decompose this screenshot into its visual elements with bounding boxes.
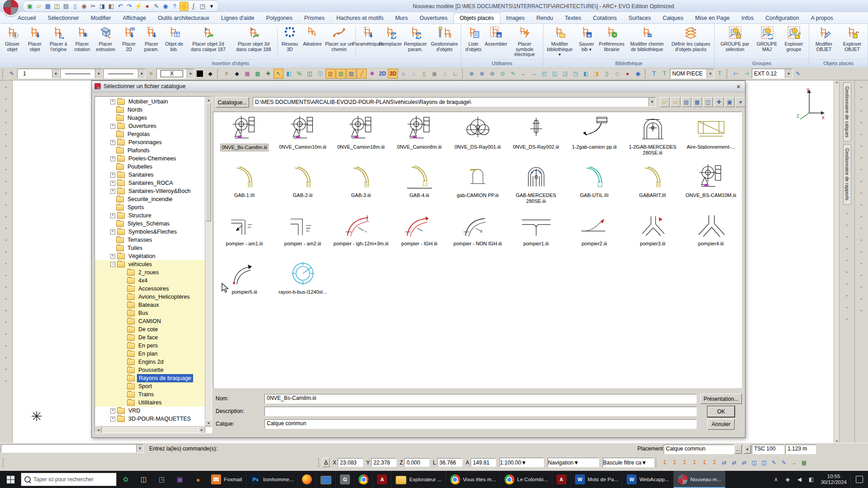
home-alt-icon[interactable]: ⌂: [409, 69, 419, 79]
file-item-pompier-am1-iii[interactable]: pompier - am1.iii: [215, 211, 274, 259]
file-item-rayon-b-bus-l1240xl-[interactable]: rayon-b-bus-l1240xl...: [274, 259, 332, 307]
fill-color-swatch[interactable]: [195, 69, 205, 79]
taskbar-app-explorateur-[interactable]: Explorateur ...: [392, 471, 446, 488]
split-2-icon[interactable]: ◫: [759, 458, 769, 468]
dim-style-combo[interactable]: EXT 0.12▼: [752, 69, 793, 79]
edge-tool-2-icon[interactable]: ▫: [856, 94, 867, 104]
pinned-3-icon[interactable]: ●: [189, 471, 207, 488]
ribbon-button-param-triques[interactable]: Paramétriques: [357, 24, 379, 59]
edge-tool-20-icon[interactable]: ▫: [856, 305, 867, 316]
tile-windows-icon[interactable]: ◫: [53, 2, 61, 10]
ribbon-button-placer-2d[interactable]: 2DPlacer 2D: [118, 24, 140, 59]
nom-field[interactable]: 0NVE_Bs-Cam8m.iii: [264, 394, 697, 404]
cube-icon[interactable]: ◧: [284, 69, 294, 79]
tree-item-2-roues[interactable]: 2_roues: [95, 268, 205, 277]
ribbon-button-remplacer[interactable]: Remplacer: [379, 24, 402, 59]
view-previous-icon[interactable]: ←: [519, 69, 528, 79]
ribbon-button-groupe-par-s-lection[interactable]: GROUPE par sélection: [716, 24, 754, 59]
tree-expander-icon[interactable]: +: [110, 124, 115, 129]
tree-expander-icon[interactable]: +: [110, 173, 115, 178]
length-field[interactable]: 36.766: [437, 458, 462, 467]
tree-item-symboles-fleches[interactable]: +Symboles&Fleches: [95, 228, 205, 236]
tree-expander-icon[interactable]: +: [110, 99, 115, 104]
cut-icon[interactable]: ✂: [89, 2, 97, 10]
edge-tool-9-icon[interactable]: ▫: [856, 176, 867, 187]
tab-modifier[interactable]: Modifier: [85, 13, 117, 23]
file-item-gabarit-iii[interactable]: GABARIT.III: [623, 162, 682, 211]
file-item-pompier-non-igh-iii[interactable]: ≠pompier - NON IGH.iii: [448, 211, 507, 259]
layer-tool-1-icon[interactable]: ▫: [842, 208, 853, 219]
tree-expander-icon[interactable]: +: [110, 189, 115, 194]
info-icon[interactable]: ⓘ: [315, 69, 325, 79]
edge-tool-1-icon[interactable]: ▫: [856, 82, 867, 93]
tree-expander-icon[interactable]: +: [110, 408, 115, 413]
tab-lignes-d-aide[interactable]: Lignes d'aide: [215, 13, 260, 23]
x-coordinate-field[interactable]: 23.083: [338, 458, 363, 467]
tree-expander-icon[interactable]: +: [110, 230, 115, 235]
line-style-combo-arrow[interactable]: ▼: [95, 69, 102, 78]
zoom-out-icon[interactable]: ⊖: [487, 69, 497, 79]
ribbon-button-placer-param-[interactable]: Placer param.: [140, 24, 163, 59]
tree-item-sanitaires-roca[interactable]: +Sanitaires_ROCA: [95, 179, 205, 187]
edge-tool-16-icon[interactable]: ▫: [856, 258, 867, 269]
tree-item-avions-helicopt-res[interactable]: Avions_Helicoptères: [95, 293, 205, 301]
tree-item-sanitaires[interactable]: +Sanitaires: [95, 171, 205, 179]
tree-item-nuages[interactable]: Nuages: [95, 114, 205, 122]
ribbon-button-placer-rotation[interactable]: Placer rotation: [71, 24, 94, 59]
new-folder-icon[interactable]: ▱: [670, 97, 680, 107]
ribbon-button-modifier-biblioth-que[interactable]: Modifier bibliothèque ▾: [544, 24, 576, 59]
ribbon-button-liste-d-objets[interactable]: Liste d'objets: [462, 24, 485, 59]
signature-icon[interactable]: ∫: [189, 2, 198, 10]
layer-tool-5-icon[interactable]: ▫: [842, 255, 853, 266]
tab-outils-architecturaux[interactable]: Outils architecturaux: [152, 13, 215, 23]
tab-hachures-et-motifs[interactable]: Hachures et motifs: [330, 13, 389, 23]
ribbon-button-placer-objet-3d-dans-calque-188[interactable]: Placer objet 3d dans calque 188: [231, 24, 277, 59]
file-item-aire-stationnement-[interactable]: Aire-Stationnement-...: [682, 114, 740, 162]
taskbar-app-mots-de-pa-[interactable]: WMots de Pa...: [571, 471, 623, 488]
tools-icon[interactable]: ✚: [263, 69, 273, 79]
stamp-icon[interactable]: ◉: [80, 2, 88, 10]
edge-tool-18-icon[interactable]: ▫: [856, 282, 867, 292]
constraint-5-icon[interactable]: ↧: [699, 458, 709, 468]
grid-colors-icon[interactable]: ▦: [242, 69, 252, 79]
line-weight-icon[interactable]: ≡: [146, 69, 156, 79]
tree-item-personnages[interactable]: +Personnages: [95, 138, 205, 146]
folder-favorites-icon[interactable]: ✚: [714, 97, 724, 107]
dim-style-combo-arrow[interactable]: ▼: [785, 69, 792, 78]
angle-field[interactable]: 149.81: [471, 458, 496, 467]
hatch-style-2-icon[interactable]: ▧: [336, 69, 346, 79]
align-3-icon[interactable]: ⇄: [739, 458, 749, 468]
annuler-button[interactable]: Annuler: [708, 419, 735, 430]
copy-icon[interactable]: ◨: [98, 2, 106, 10]
volume-icon[interactable]: ◀: [793, 476, 805, 483]
zoom-target-icon[interactable]: ⊙: [498, 69, 508, 79]
ribbon-button-d-finir-les-calques-d-objets-plac-s[interactable]: Définir les calques d'objets placés: [668, 24, 713, 59]
view-next-icon[interactable]: →: [529, 69, 539, 79]
tree-item-de-face[interactable]: De face: [95, 333, 205, 342]
snap-icon[interactable]: ▫: [1, 328, 12, 339]
ribbon-button-al-atoire[interactable]: Aléatoire: [301, 24, 324, 59]
paint-icon[interactable]: ▫: [1, 352, 12, 363]
file-item-gab-util-iii[interactable]: GAB-UTIL.III: [565, 162, 623, 211]
tree-item-v-hicules[interactable]: −véhicules: [95, 260, 205, 268]
file-item-gab-4-iii[interactable]: GAB-4.iii: [390, 162, 448, 211]
edge-tool-10-icon[interactable]: ▫: [856, 188, 867, 198]
pen-color-combo[interactable]: 1▼: [17, 69, 60, 79]
start-button[interactable]: [0, 471, 21, 488]
exit-icon[interactable]: ◳: [198, 2, 207, 10]
tree-item-poeles-cheminees[interactable]: +Poeles-Cheminees: [95, 155, 205, 163]
tab-cotations[interactable]: Cotations: [587, 13, 623, 23]
file-item-0nve-ds-ray002-iii[interactable]: 0NVE_DS-Ray002.iii: [507, 114, 565, 162]
catalogue-button[interactable]: Catalogue...: [216, 97, 249, 108]
grid-small-icon[interactable]: ▦: [799, 458, 809, 468]
tree-item-rayons-de-braquage[interactable]: Rayons de braquage: [95, 374, 205, 382]
layer-tool-10-icon[interactable]: ▫: [842, 314, 853, 324]
constraint-1-icon[interactable]: ↧: [660, 458, 670, 468]
cube-view-1-icon[interactable]: ◰: [539, 69, 549, 79]
taskbar-app-firefox[interactable]: [298, 471, 316, 488]
mirror-icon[interactable]: ▫: [1, 246, 12, 257]
edge-tool-4-icon[interactable]: ▫: [856, 117, 867, 128]
tab-polygones[interactable]: Polygones: [260, 13, 298, 23]
offset-icon[interactable]: ▫: [1, 211, 12, 222]
dialog-title-bar[interactable]: Sélectionner un fichier catalogue ✕: [92, 81, 745, 92]
